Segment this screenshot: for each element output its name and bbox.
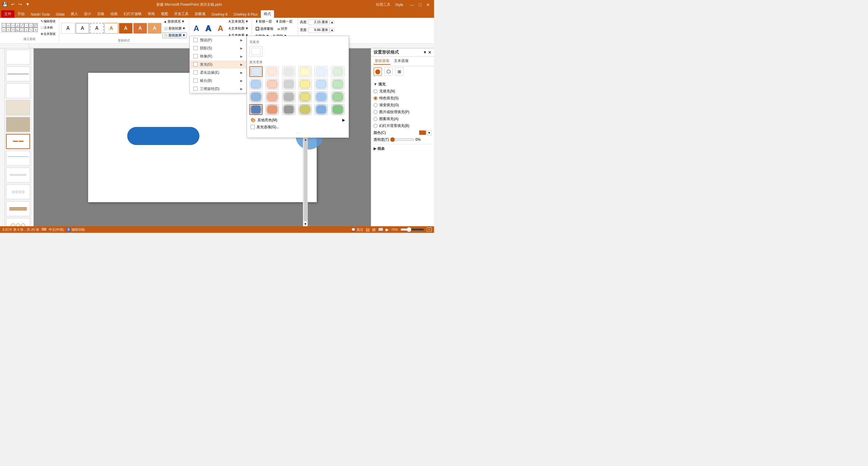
glow-gray-med[interactable] (282, 79, 296, 90)
tab-islide[interactable]: iSlide (53, 11, 68, 18)
style-btn-4[interactable]: A (104, 23, 118, 34)
glow-blue-med[interactable] (249, 79, 262, 90)
style-btn-3[interactable]: A (90, 23, 104, 34)
quick-access-toolbar[interactable]: 💾 ↩ ↪ ▼ (1, 1, 31, 7)
glow-green-dark[interactable] (331, 91, 344, 102)
more-colors-btn[interactable]: 🎨 其他亮色(M) ▶ (249, 117, 346, 124)
style-btn-2[interactable]: A (75, 23, 89, 34)
slide-thumb-3[interactable] (6, 83, 30, 98)
slide-thumb-6[interactable] (6, 134, 30, 149)
width-up-btn[interactable]: ▲ (330, 28, 335, 32)
accessibility-btn[interactable]: ♿ 辅助功能 (66, 227, 85, 232)
art-text-btn-1[interactable]: A (191, 23, 202, 34)
glow-yellow-med[interactable] (298, 79, 312, 90)
glow-peach-deep[interactable] (266, 104, 279, 115)
menu-bevel[interactable]: 棱台(B) ▶ (190, 77, 246, 85)
art-text-btn-3[interactable]: A (215, 23, 226, 34)
backward-btn[interactable]: ⬇ 后移一层 (274, 18, 294, 25)
glow-yellow-light[interactable] (298, 66, 312, 77)
glow-green-med[interactable] (331, 79, 344, 90)
glow-green-light[interactable] (331, 66, 344, 77)
tab-format[interactable]: 格式 (261, 10, 274, 18)
transparency-slider[interactable] (390, 137, 414, 142)
glow-peach-med[interactable] (266, 79, 279, 90)
cylinder-icon[interactable]: ⬭ (11, 28, 15, 32)
forward-btn[interactable]: ⬆ 前移一层 (254, 18, 273, 25)
glow-yellow-deep[interactable] (298, 104, 312, 115)
minimize-btn[interactable]: — (408, 2, 416, 7)
slide-sorter-btn[interactable]: ⊞ (372, 227, 376, 232)
brace-icon[interactable]: { (24, 28, 29, 32)
glow-gray-deep[interactable] (282, 104, 296, 115)
comment-btn[interactable]: 💬 批注 (351, 227, 363, 232)
glow-peach-dark[interactable] (266, 91, 279, 102)
menu-soft-edges[interactable]: 柔化边缘(E) ▶ (190, 69, 246, 77)
slide-panel[interactable]: 1 2 3 (5, 49, 34, 226)
blue-pill-shape[interactable] (127, 127, 199, 145)
tab-onekey8[interactable]: OneKey 8 (209, 11, 230, 18)
slide-thumb-1[interactable] (6, 50, 30, 65)
tab-devtools[interactable]: 开发工具 (171, 10, 192, 18)
art-text-btn-2[interactable]: A (203, 23, 214, 34)
slide-thumb-2[interactable] (6, 66, 30, 82)
right-triangle-icon[interactable]: ◺ (16, 28, 20, 32)
arrow-icon[interactable]: → (24, 23, 29, 27)
tab-design[interactable]: 设计 (81, 10, 94, 18)
tab-onekey8plus[interactable]: OneKey 8 Plus (231, 11, 261, 18)
fill-gradient[interactable]: 渐变填充(G) (374, 102, 432, 108)
style-btn-7[interactable]: A (148, 23, 161, 34)
slide-thumb-7[interactable] (6, 151, 30, 166)
callout-icon[interactable]: 💬 (33, 23, 38, 27)
glow-blue-deep[interactable] (249, 104, 262, 115)
combine-btn[interactable]: ⊕ 合并形状 (39, 31, 57, 37)
text-box-btn[interactable]: ⬚ 文本框 (39, 25, 57, 31)
undo-btn[interactable]: ↩ (10, 1, 16, 7)
tab-addins[interactable]: 加载项 (192, 10, 209, 18)
panel-tab-shape[interactable]: 形状选项 (374, 58, 391, 65)
height-input[interactable] (309, 20, 330, 25)
tab-animate[interactable]: 动画 (107, 10, 121, 18)
round-rect-icon[interactable]: ▭ (6, 23, 10, 27)
adjust-down-btn[interactable]: ▼ (304, 138, 308, 142)
tab-insert[interactable]: 插入 (68, 10, 81, 18)
style-btn-5[interactable]: A (119, 23, 133, 34)
freeform-icon[interactable]: ◇ (2, 28, 6, 32)
save-btn[interactable]: 💾 (1, 1, 9, 7)
fill-none[interactable]: 无填充(N) (374, 89, 432, 94)
height-up-btn[interactable]: ▲ (330, 20, 335, 24)
parallelogram-icon[interactable]: ▱ (6, 28, 10, 32)
slide-thumb-8[interactable] (6, 167, 30, 183)
line-icon[interactable]: ╱ (20, 23, 24, 27)
circle-icon[interactable]: ○ (11, 23, 15, 27)
width-input[interactable] (309, 27, 330, 33)
tab-file[interactable]: 文件 (1, 10, 14, 18)
menu-glow[interactable]: 发光(G) ▶ (190, 60, 246, 69)
fill-gradient-radio[interactable] (374, 103, 377, 107)
menu-shadow[interactable]: 阴影(S) ▶ (190, 44, 246, 52)
fill-picture[interactable]: 图片或纹理填充(P) (374, 110, 432, 115)
panel-close-btn[interactable]: ✕ (428, 50, 432, 55)
edit-shape-btn[interactable]: ✎ 编辑形状 (39, 18, 57, 24)
color-picker[interactable] (419, 130, 426, 135)
rect-icon[interactable]: □ (2, 23, 6, 27)
menu-reflection[interactable]: 映像(R) ▶ (190, 52, 246, 60)
glow-options-btn[interactable]: 发光选项(G)... (249, 124, 346, 130)
tab-transition[interactable]: 切换 (94, 10, 107, 18)
tab-slideshow[interactable]: 幻灯片放映 (121, 10, 145, 18)
shape-fill-btn[interactable]: ▲ 形状填充 ▼ (162, 18, 187, 25)
glow-none-option[interactable] (249, 46, 262, 57)
select-pane-btn[interactable]: 🔲 选择窗格 (254, 26, 275, 32)
zoom-in-btn[interactable]: + (427, 227, 432, 231)
text-fill-btn[interactable]: A 文本填充 ▼ (227, 18, 250, 25)
fill-solid-radio[interactable] (374, 96, 377, 100)
fill-none-radio[interactable] (374, 89, 377, 93)
slideshow-btn[interactable]: ▶ (385, 227, 389, 232)
close-btn[interactable]: ✕ (424, 2, 432, 7)
glow-blue2-deep[interactable] (315, 104, 328, 115)
tab-view[interactable]: 视图 (158, 10, 171, 18)
customize-btn[interactable]: ▼ (24, 1, 31, 7)
glow-blue2-med[interactable] (315, 79, 328, 90)
glow-gray-dark[interactable] (282, 91, 296, 102)
panel-dropdown-btn[interactable]: ▼ (423, 50, 427, 55)
triangle-icon[interactable]: △ (16, 23, 20, 27)
